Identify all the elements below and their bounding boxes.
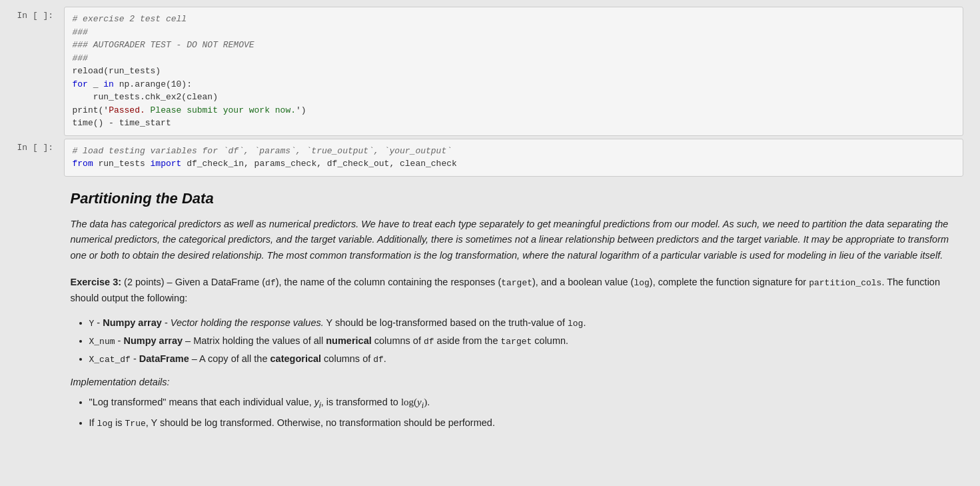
impl-bullet-1: "Log transformed" means that each indivi…	[89, 394, 950, 413]
categorical-bold: categorical	[270, 353, 322, 364]
xnum-code: X_num	[89, 337, 115, 347]
xcatdf-type: DataFrame	[139, 353, 189, 364]
code-line: # exercise 2 test cell	[73, 13, 955, 26]
markdown-section: Partitioning the Data The data has categ…	[11, 179, 970, 447]
comment: ###	[73, 53, 88, 63]
df-ref: df	[424, 337, 434, 347]
comment: # load testing variables for `df`, `para…	[73, 146, 452, 156]
keyword: from	[73, 159, 93, 169]
please-text: Please submit your work now.	[151, 105, 296, 115]
function: print	[73, 105, 99, 115]
code-line: from run_tests import df_check_in, param…	[73, 157, 955, 171]
numerical-bold: numerical	[326, 335, 372, 346]
target-ref: target	[500, 337, 532, 347]
code-line: run_tests.chk_ex2(clean)	[73, 91, 955, 104]
bullet-y: Y - Numpy array - Vector holding the res…	[89, 315, 950, 331]
notebook-container: In [ ]: # exercise 2 test cell ### ### A…	[11, 7, 970, 447]
code-line: ### AUTOGRADER TEST - DO NOT REMOVE	[73, 39, 955, 52]
keyword: import	[151, 159, 182, 169]
exercise-points-text: (2 points) – Given a DataFrame (df), the…	[71, 277, 941, 303]
cell-2-code[interactable]: # load testing variables for `df`, `para…	[64, 139, 963, 177]
log-code: log	[634, 278, 649, 288]
code-line: print('Passed. Please submit your work n…	[73, 104, 955, 117]
log-math: log(yi)	[401, 397, 427, 407]
partition-cols-code: partition_cols	[809, 278, 881, 288]
bullet-xnum: X_num - Numpy array – Matrix holding the…	[89, 333, 950, 349]
log-true-code: log	[97, 419, 113, 429]
code-line: # load testing variables for `df`, `para…	[73, 145, 955, 158]
target-code: target	[501, 278, 532, 288]
passed-text: Passed.	[109, 105, 150, 115]
y-desc: Vector holding the response values.	[171, 317, 324, 328]
exercise-description: Exercise 3: (2 points) – Given a DataFra…	[71, 275, 950, 307]
cell-1-code[interactable]: # exercise 2 test cell ### ### AUTOGRADE…	[64, 7, 963, 136]
y-code: Y	[89, 319, 95, 329]
code-line: ###	[73, 52, 955, 65]
code-line: for _ in np.arange(10):	[73, 78, 955, 91]
comment: ###	[73, 27, 88, 37]
code-line: reload(run_tests)	[73, 65, 955, 78]
bullet-xcatdf: X_cat_df - DataFrame – A copy of all the…	[89, 351, 950, 367]
exercise-label: Exercise 3:	[71, 277, 122, 287]
log-ref: log	[568, 319, 583, 329]
cell-2-wrapper: In [ ]: # load testing variables for `df…	[11, 139, 970, 177]
comment: # exercise 2 test cell	[73, 14, 187, 24]
keyword: for	[73, 79, 88, 89]
impl-bullets: "Log transformed" means that each indivi…	[71, 394, 950, 431]
code-line: time() - time_start	[73, 117, 955, 130]
output-bullets: Y - Numpy array - Vector holding the res…	[71, 315, 950, 367]
cell-1-wrapper: In [ ]: # exercise 2 test cell ### ### A…	[11, 7, 970, 136]
impl-header: Implementation details:	[71, 377, 950, 387]
df-code: df	[265, 278, 276, 288]
keyword: in	[103, 79, 114, 89]
intro-paragraph: The data has categorical predictors as w…	[71, 217, 950, 265]
true-code: True	[125, 419, 146, 429]
xcatdf-code: X_cat_df	[89, 355, 131, 365]
cell-1-label: In [ ]:	[17, 7, 64, 21]
xnum-type: Numpy array	[123, 335, 183, 346]
yi-italic: yi	[314, 397, 321, 407]
y-type: Numpy array	[103, 317, 162, 328]
section-title: Partitioning the Data	[71, 190, 950, 207]
code-line: ###	[73, 26, 955, 39]
df-ref2: df	[373, 355, 384, 365]
comment: ### AUTOGRADER TEST - DO NOT REMOVE	[73, 40, 254, 50]
impl-bullet-2: If log is True, Y should be log transfor…	[89, 415, 950, 431]
cell-2-label: In [ ]:	[17, 139, 64, 153]
